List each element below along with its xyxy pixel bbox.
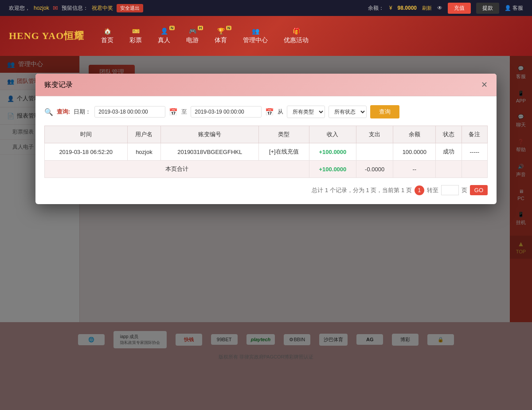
current-page-badge: 1 — [415, 185, 424, 195]
nav-label-egames: 电游 — [186, 36, 199, 44]
nav-label-management: 管理中心 — [243, 36, 268, 44]
nav-label-live: 真人 — [158, 36, 170, 44]
header-username: hozjok — [34, 5, 49, 11]
cell-txn-id: 20190318VBGEEGFHKL — [161, 143, 259, 161]
date-from-input[interactable] — [94, 106, 165, 118]
cell-balance: 100.0000 — [393, 143, 436, 161]
summary-status — [436, 161, 462, 178]
cell-expense — [356, 143, 393, 161]
modal-overlay: 账变记录 ✕ 🔍 查询: 日期： 📅 至 📅 从 所有类型 所有状态 — [0, 56, 532, 410]
summary-expense: -0.0000 — [356, 161, 393, 178]
col-time: 时间 — [45, 126, 128, 143]
summary-label: 本页合计 — [45, 161, 309, 178]
pagination: 总计 1 个记录，分为 1 页，当前第 1 页 1 转至 页 GO — [44, 185, 488, 195]
nav-item-egames[interactable]: H 🎮 电游 — [178, 24, 207, 48]
date-label: 日期： — [74, 108, 91, 116]
logo-text: HENG YAO恒耀 — [9, 29, 84, 43]
col-expense: 支出 — [356, 126, 393, 143]
nav-badge-egames: H — [198, 26, 203, 30]
date-separator: 至 — [181, 108, 187, 116]
service-icon: 👤 — [505, 5, 511, 11]
nav-item-promotions[interactable]: 🎁 优惠活动 — [276, 24, 317, 48]
search-submit-btn[interactable]: 查询 — [370, 105, 399, 118]
summary-balance: -- — [393, 161, 436, 178]
lottery-icon: 🎫 — [132, 28, 140, 35]
promotions-icon: 🎁 — [293, 28, 300, 35]
calendar-icon-from[interactable]: 📅 — [169, 108, 178, 116]
balance-value: 98.0000 — [398, 5, 417, 11]
egames-icon: 🎮 — [189, 28, 196, 35]
summary-income: +100.0000 — [309, 161, 356, 178]
navigation: HENG YAO恒耀 🏠 首页 🎫 彩票 N 👤 真人 H 🎮 电游 N 🏆 体… — [0, 16, 532, 56]
col-txn-id: 账变编号 — [161, 126, 259, 143]
records-table: 时间 用户名 账变编号 类型 收入 支出 余额 状态 备注 2019-03-18… — [44, 126, 488, 178]
modal-close-btn[interactable]: ✕ — [481, 80, 488, 90]
nav-item-live[interactable]: N 👤 真人 — [150, 24, 178, 48]
page-jump-input[interactable] — [441, 185, 459, 195]
type-select[interactable]: 所有类型 — [287, 106, 325, 118]
cell-status: 成功 — [436, 143, 462, 161]
eye-icon[interactable]: 👁 — [437, 5, 442, 11]
search-icon: 🔍 — [44, 108, 53, 116]
col-note: 备注 — [462, 126, 487, 143]
service-label: 客服 — [512, 4, 523, 12]
nav-label-home: 首页 — [101, 36, 113, 44]
nav-item-management[interactable]: 👥 管理中心 — [235, 24, 276, 48]
cell-income: +100.0000 — [309, 143, 356, 161]
calendar-icon-to[interactable]: 📅 — [265, 108, 274, 116]
nav-label-sports: 体育 — [215, 36, 227, 44]
recharge-button[interactable]: 充值 — [448, 3, 471, 14]
notice-label: 预留信息： — [62, 4, 88, 12]
balance-label: 余额： — [368, 4, 384, 12]
nav-badge-sports: N — [226, 26, 232, 30]
nav-badge-live: N — [169, 26, 175, 30]
nav-item-home[interactable]: 🏠 首页 — [93, 24, 121, 48]
col-status: 状态 — [436, 126, 462, 143]
jump-label: 转至 — [427, 186, 438, 194]
nav-label-lottery: 彩票 — [129, 36, 142, 44]
query-label: 查询: — [57, 108, 70, 116]
header-left: 欢迎您， hozjok ✉ 预留信息： 祝君中奖 安全退出 — [9, 4, 143, 12]
management-icon: 👥 — [252, 28, 259, 35]
status-select[interactable]: 所有状态 — [329, 106, 367, 118]
header: 欢迎您， hozjok ✉ 预留信息： 祝君中奖 安全退出 余额： ¥ 98.0… — [0, 0, 532, 16]
balance-currency: ¥ — [389, 5, 392, 11]
nav-item-lottery[interactable]: 🎫 彩票 — [121, 24, 150, 48]
header-right: 余额： ¥ 98.0000 刷新 👁 充值 提款 👤 客服 — [368, 3, 523, 14]
cell-note: ----- — [462, 143, 487, 161]
table-row: 2019-03-18 06:52:20 hozjok 20190318VBGEE… — [45, 143, 488, 161]
live-icon: 👤 — [160, 28, 168, 35]
nav-items: 🏠 首页 🎫 彩票 N 👤 真人 H 🎮 电游 N 🏆 体育 👥 管理中心 🎁 — [93, 24, 317, 48]
page-unit-label: 页 — [462, 186, 467, 194]
withdraw-button[interactable]: 提款 — [476, 3, 499, 14]
notice-prize: 祝君中奖 — [92, 4, 113, 12]
table-header: 时间 用户名 账变编号 类型 收入 支出 余额 状态 备注 — [45, 126, 488, 143]
refresh-btn[interactable]: 刷新 — [422, 5, 432, 12]
nav-item-sports[interactable]: N 🏆 体育 — [207, 24, 235, 48]
summary-note — [462, 161, 487, 178]
col-username: 用户名 — [127, 126, 161, 143]
modal-account-records: 账变记录 ✕ 🔍 查询: 日期： 📅 至 📅 从 所有类型 所有状态 — [35, 74, 497, 204]
cell-type: [+]在线充值 — [259, 143, 309, 161]
cell-time: 2019-03-18 06:52:20 — [45, 143, 128, 161]
search-bar: 🔍 查询: 日期： 📅 至 📅 从 所有类型 所有状态 查询 — [44, 105, 488, 118]
date-to-input[interactable] — [191, 106, 262, 118]
cell-username: hozjok — [127, 143, 161, 161]
home-icon: 🏠 — [104, 28, 111, 35]
sports-icon: 🏆 — [217, 28, 225, 35]
col-balance: 余额 — [393, 126, 436, 143]
nav-label-promotions: 优惠活动 — [284, 36, 309, 44]
service-btn[interactable]: 👤 客服 — [505, 4, 523, 12]
summary-row: 本页合计 +100.0000 -0.0000 -- — [45, 161, 488, 178]
modal-body: 🔍 查询: 日期： 📅 至 📅 从 所有类型 所有状态 查询 — [35, 96, 497, 204]
pagination-summary: 总计 1 个记录，分为 1 页，当前第 1 页 — [312, 186, 411, 194]
mail-icon: ✉ — [53, 4, 58, 12]
col-income: 收入 — [309, 126, 356, 143]
site-logo: HENG YAO恒耀 — [9, 29, 84, 43]
col-type: 类型 — [259, 126, 309, 143]
safe-exit-btn[interactable]: 安全退出 — [117, 4, 143, 12]
page-go-btn[interactable]: GO — [470, 185, 488, 195]
welcome-text: 欢迎您， — [9, 4, 30, 12]
modal-header: 账变记录 ✕ — [35, 74, 497, 96]
table-body: 2019-03-18 06:52:20 hozjok 20190318VBGEE… — [45, 143, 488, 178]
